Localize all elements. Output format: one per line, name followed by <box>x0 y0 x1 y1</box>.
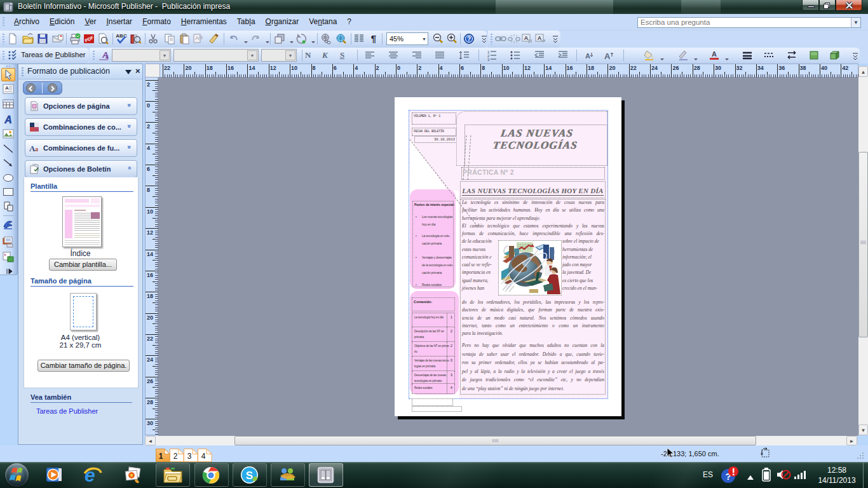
svg-text:?: ? <box>467 36 471 43</box>
svg-text:4: 4 <box>201 452 206 461</box>
svg-text:A: A <box>4 114 12 125</box>
svg-text:ABC: ABC <box>116 33 127 39</box>
svg-text:A: A <box>5 85 9 91</box>
svg-text:¶: ¶ <box>371 33 376 44</box>
svg-text:A: A <box>585 52 590 60</box>
svg-text:2: 2 <box>173 452 178 461</box>
svg-text:A: A <box>712 50 717 58</box>
svg-text:a: a <box>35 146 38 152</box>
svg-text:3: 3 <box>187 452 192 461</box>
svg-text:A: A <box>524 35 529 41</box>
svg-text:1: 1 <box>159 452 163 461</box>
svg-text:3: 3 <box>487 58 490 62</box>
svg-text:A: A <box>604 51 611 61</box>
svg-text:A: A <box>195 35 199 41</box>
